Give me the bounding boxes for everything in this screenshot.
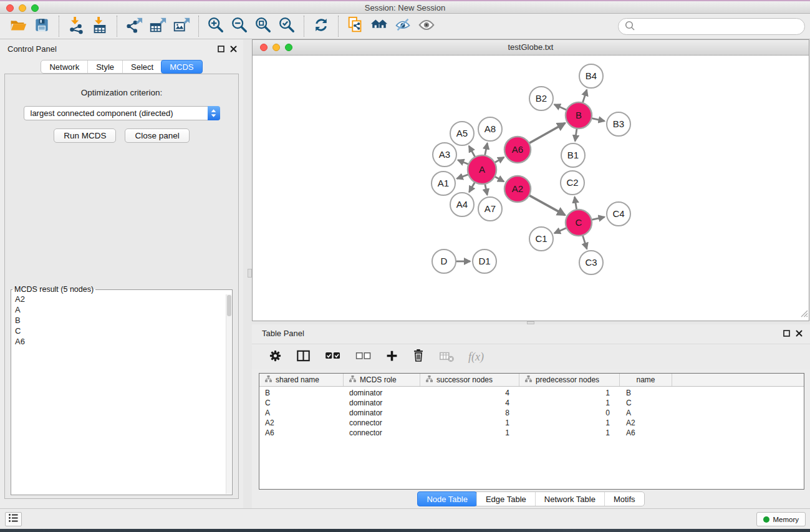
network-node-A2[interactable]: A2 [504,176,531,202]
network-edge-C-C4[interactable] [591,217,605,220]
network-node-A4[interactable]: A4 [450,193,474,216]
network-node-B1[interactable]: B1 [561,143,585,167]
zoom-out-button[interactable] [228,15,251,37]
network-node-A3[interactable]: A3 [433,143,456,167]
network-edge-B-B1[interactable] [575,127,577,141]
network-node-C3[interactable]: C3 [579,251,603,274]
network-node-A[interactable]: A [468,155,496,184]
network-edge-C-C1[interactable] [554,228,567,233]
network-node-A8[interactable]: A8 [478,117,502,141]
network-node-D[interactable]: D [432,249,456,273]
column-header-name[interactable]: name [620,374,672,386]
show-panel-list-button[interactable] [5,512,22,526]
table-settings-button[interactable] [268,349,282,365]
delete-table-button[interactable] [438,349,455,365]
network-edge-B-B4[interactable] [582,90,587,104]
network-edge-C-C3[interactable] [582,234,587,249]
table-row[interactable]: A6connector11A6 [259,428,804,438]
import-network-button[interactable] [64,15,88,37]
select-all-button[interactable] [324,349,342,365]
network-window-titlebar[interactable]: testGlobe.txt [253,40,809,56]
hide-graphics-details-button[interactable] [391,15,415,37]
svg-text:A8: A8 [485,123,496,134]
search-input[interactable] [618,18,805,35]
table-toolbar: f(x) [252,344,810,369]
delete-column-button[interactable] [412,348,425,365]
tab-style[interactable]: Style [87,60,122,73]
network-node-A1[interactable]: A1 [432,172,455,195]
tab-edge-table[interactable]: Edge Table [476,492,535,506]
mcds-result-item[interactable]: B [11,315,232,326]
zoom-fit-button[interactable] [251,15,275,37]
table-row[interactable]: Adominator80A [259,408,804,418]
column-header-mcds-role[interactable]: MCDS role [344,374,420,386]
network-node-B2[interactable]: B2 [529,87,553,110]
create-network-from-selection-button[interactable] [344,15,367,37]
network-edge-A-A1[interactable] [457,174,470,178]
network-node-C2[interactable]: C2 [561,171,584,195]
network-edge-A-A5[interactable] [469,146,476,158]
network-node-C[interactable]: C [566,210,592,236]
network-node-B[interactable]: B [566,102,592,128]
add-column-button[interactable] [385,349,398,365]
network-edge-B-B2[interactable] [554,104,568,110]
refresh-button[interactable] [309,15,333,37]
optimization-criterion-select[interactable]: largest connected component (directed) [24,106,220,120]
zoom-in-button[interactable] [204,15,228,37]
mcds-result-item[interactable]: A [11,304,232,315]
tab-select[interactable]: Select [122,60,162,73]
float-panel-icon[interactable] [218,45,224,54]
network-edge-A2-C[interactable] [528,195,565,215]
network-edge-C-C2[interactable] [575,197,577,211]
column-header-predecessor-nodes[interactable]: predecessor nodes [519,374,620,386]
export-network-button[interactable] [122,15,146,37]
table-row[interactable]: Bdominator41B [259,388,804,398]
network-edge-A-A8[interactable] [485,143,487,157]
network-node-A6[interactable]: A6 [504,137,531,163]
export-image-button[interactable] [170,15,193,37]
tab-mcds[interactable]: MCDS [161,60,202,74]
network-node-D1[interactable]: D1 [473,249,496,273]
network-canvas[interactable]: AA1A2A3A4A5A6A7A8BB1B2B3B4CC1C2C3C4DD1 [253,56,809,321]
memory-button[interactable]: Memory [756,512,806,526]
export-table-button[interactable] [146,15,170,37]
float-panel-icon[interactable] [783,329,790,339]
run-mcds-button[interactable]: Run MCDS [54,128,116,143]
table-row[interactable]: A2connector11A2 [259,418,804,428]
mcds-list-scrollbar[interactable] [226,294,231,494]
column-layout-button[interactable] [296,349,311,365]
function-builder-button[interactable]: f(x) [468,351,484,364]
first-neighbors-button[interactable] [367,15,391,37]
tab-network[interactable]: Network [41,60,87,73]
network-node-A7[interactable]: A7 [478,197,502,221]
network-node-B4[interactable]: B4 [579,64,603,88]
tab-motifs[interactable]: Motifs [604,492,644,506]
tab-network-table[interactable]: Network Table [535,492,604,506]
network-edge-B-B3[interactable] [591,118,605,121]
network-edge-A6-B[interactable] [528,123,566,143]
close-panel-button[interactable]: Close panel [125,128,189,143]
vertical-splitter-handle[interactable] [248,269,252,278]
column-header-shared-name[interactable]: shared name [259,374,344,386]
open-session-button[interactable] [6,15,30,37]
tab-node-table[interactable]: Node Table [417,491,477,506]
import-table-button[interactable] [88,15,112,37]
window-resize-grip[interactable] [799,309,808,320]
mcds-result-item[interactable]: A2 [11,294,232,304]
network-node-A5[interactable]: A5 [450,122,474,145]
svg-text:A3: A3 [439,149,450,160]
mcds-result-item[interactable]: C [11,326,232,336]
network-node-C4[interactable]: C4 [607,202,630,226]
deselect-all-button[interactable] [355,349,372,365]
save-session-button[interactable] [30,15,54,37]
network-node-C1[interactable]: C1 [529,227,553,251]
network-node-B3[interactable]: B3 [607,112,630,136]
mcds-result-item[interactable]: A6 [11,336,232,347]
table-row[interactable]: Cdominator41C [259,398,804,408]
zoom-selected-button[interactable] [275,15,299,37]
svg-text:A6: A6 [512,144,523,155]
close-panel-icon[interactable] [230,45,237,54]
close-panel-icon[interactable] [796,329,803,339]
column-header-successor-nodes[interactable]: successor nodes [420,374,519,386]
show-graphics-details-button[interactable] [415,15,438,37]
